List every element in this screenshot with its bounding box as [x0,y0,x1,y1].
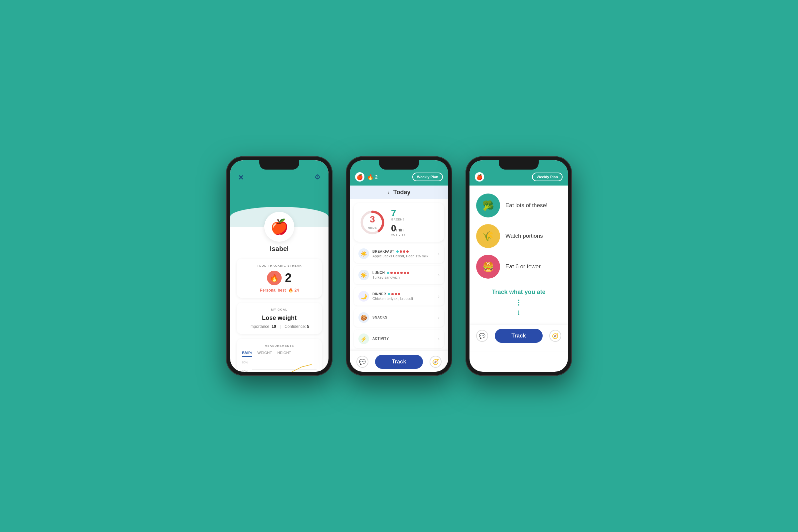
snacks-info: SNACKS [373,316,435,320]
streak-count: 2 [375,174,378,179]
chart-lines [252,361,317,372]
notch-2 [379,160,419,170]
settings-button[interactable]: ⚙ [315,173,321,181]
streak-row: 🔥 2 [242,271,317,285]
reds-circle-text: 3 REDS [368,215,377,230]
phone-today: 🍎 🔥 2 Weekly Plan ‹ Today [346,156,452,376]
flame-small-icon: 🔥 [367,174,374,180]
personal-best: Personal best 🔥 24 [242,288,317,292]
meals-list: ☀️ BREAKFAST Appl [350,244,448,351]
snacks-type: SNACKS [373,316,387,319]
chevron-right-icon: › [438,336,440,341]
chart-labels: 80% 60% 40% [242,361,248,372]
meal-breakfast[interactable]: ☀️ BREAKFAST Appl [354,244,444,263]
activity-stat: 0min ACTIVITY [391,224,406,236]
chat-button[interactable]: 💬 [357,356,368,368]
tab-bmi[interactable]: BMI% [242,351,252,357]
notch-1 [259,160,299,170]
apple-icon: 🍎 [355,172,364,182]
back-arrow-button[interactable]: ‹ [388,190,390,195]
lunch-dots [387,272,409,274]
reds-number: 3 [368,215,377,224]
lunch-info: LUNCH [373,271,435,279]
today-nav: ‹ Today [350,186,448,199]
chevron-right-icon: › [438,251,440,256]
dinner-dots [388,293,400,295]
track-button[interactable]: Track [375,355,423,369]
yellows-circle: 🌾 [476,224,500,248]
stats-right: 7 GREENS 0min ACTIVITY [391,208,406,236]
activity-type: ACTIVITY [373,337,389,341]
reds-label: REDS [368,226,377,229]
arrow-down-icon: ↓ [517,307,521,317]
dinner-food: Chicken teriyaki, broccoli [373,297,435,301]
stats-card: 3 REDS 7 GREENS 0min ACT [354,203,444,242]
compass-button-2[interactable]: 🧭 [549,330,561,342]
tab-weight[interactable]: WEIGHT [258,351,272,357]
activity-icon: ⚡ [358,334,369,344]
activity-info: ACTIVITY [373,337,435,341]
reds-food-icon: 🍔 [482,261,494,272]
streak-label: FOOD TRACKING STREAK [242,264,317,267]
yellows-icon: 🌾 [482,231,494,242]
down-arrow-dotted: ↓ [476,300,561,317]
breakfast-dots [396,250,408,253]
food-guide-screen: 🍎 Weekly Plan 🥦 Eat lots of these! � [470,160,568,351]
goal-card: MY GOAL Lose weight Importance: 10 | Con… [237,303,322,334]
weekly-plan-button[interactable]: Weekly Plan [412,173,443,181]
profile-header: ✕ ⚙ 🍎 [230,160,328,227]
activity-number: 0min [391,224,406,233]
track-button-2[interactable]: Track [495,329,542,343]
greens-stat: 7 GREENS [391,208,406,221]
food-guide-reds: 🍔 Eat 6 or fewer [476,255,561,279]
today-screen: 🍎 🔥 2 Weekly Plan ‹ Today [350,160,448,372]
flame-icon: 🔥 [267,271,282,285]
streak-card: FOOD TRACKING STREAK 🔥 2 Personal best 🔥… [237,259,322,298]
meal-lunch[interactable]: ☀️ LUNCH [354,266,444,284]
reds-text: Eat 6 or fewer [506,263,540,270]
close-button[interactable]: ✕ [238,174,244,182]
greens-text: Eat lots of these! [506,202,548,209]
user-name: Isabel [237,245,322,253]
avatar: 🍎 [264,212,294,242]
today-label: Today [393,189,411,196]
dinner-type: DINNER [373,292,386,296]
meal-snacks[interactable]: 🍪 SNACKS › [354,308,444,327]
goal-title: Lose weight [242,315,317,322]
chevron-right-icon: › [438,315,440,320]
measurements-label: MEASUREMENTS [242,344,317,347]
measurements-card: MEASUREMENTS BMI% WEIGHT HEIGHT 80% 60% … [237,339,322,372]
profile-screen: ✕ ⚙ 🍎 Isabel FOOD TRACKING STREAK 🔥 2 [230,160,328,372]
profile-content: Isabel FOOD TRACKING STREAK 🔥 2 Personal… [230,227,328,372]
flame-badge: 🔥 2 [367,174,378,180]
goal-details: Importance: 10 | Confidence: 5 [242,324,317,329]
yellows-text: Watch portions [506,233,543,240]
weekly-plan-button-2[interactable]: Weekly Plan [532,173,563,181]
food-guide-greens: 🥦 Eat lots of these! [476,193,561,217]
lunch-type: LUNCH [373,271,385,274]
phone-food-guide: 🍎 Weekly Plan 🥦 Eat lots of these! � [466,156,572,376]
chat-button-2[interactable]: 💬 [476,330,488,342]
track-section: Track what you ate ↓ [476,285,561,317]
breakfast-info: BREAKFAST Apple Jacks Cereal, Pear, 1% m… [373,250,435,258]
dinner-info: DINNER Chicken teriyaki, broccoli [373,292,435,301]
lunch-food: Turkey sandwich [373,275,435,279]
goal-label: MY GOAL [242,308,317,311]
food-guide-bottom-bar: 💬 Track 🧭 [470,325,568,351]
breakfast-icon: ☀️ [358,248,369,259]
reds-circle-2: 🍔 [476,255,500,279]
dinner-icon: 🌙 [358,291,369,302]
apple-icon-2: 🍎 [475,172,484,182]
chevron-right-icon: › [438,293,440,299]
chart-area: 80% 60% 40% [242,361,317,372]
greens-icon: 🥦 [482,200,494,211]
tab-height[interactable]: HEIGHT [277,351,291,357]
meal-activity[interactable]: ⚡ ACTIVITY › [354,329,444,348]
meal-dinner[interactable]: 🌙 DINNER Chicken [354,287,444,306]
phone-profile: ✕ ⚙ 🍎 Isabel FOOD TRACKING STREAK 🔥 2 [226,156,332,376]
notch-3 [499,160,539,170]
compass-button[interactable]: 🧭 [430,356,441,368]
greens-circle: 🥦 [476,193,500,217]
dinner-header: DINNER [373,292,435,296]
lunch-header: LUNCH [373,271,435,274]
